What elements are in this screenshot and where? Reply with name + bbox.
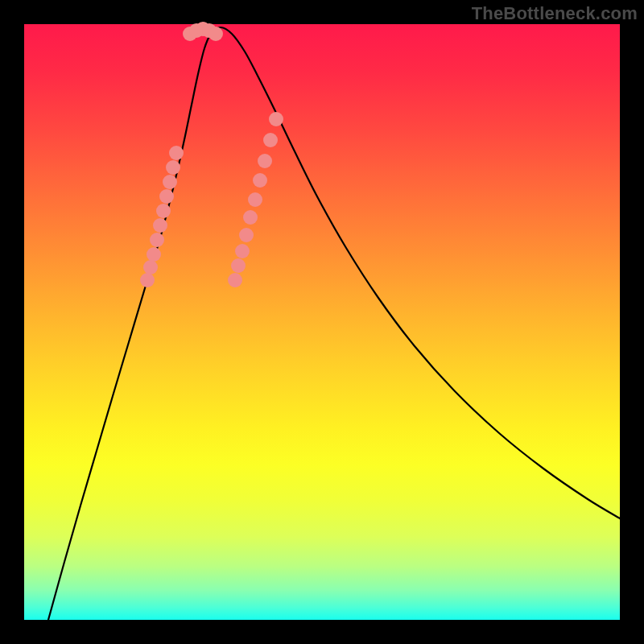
marker-dot <box>153 218 167 233</box>
marker-dot <box>253 173 267 188</box>
bottleneck-curve <box>48 27 620 620</box>
marker-dot <box>163 175 177 189</box>
marker-dot <box>231 258 246 273</box>
marker-dot <box>239 228 254 242</box>
chart-svg <box>24 24 620 620</box>
marker-dot <box>147 247 161 262</box>
marker-dot <box>166 160 180 175</box>
marker-dot <box>150 233 164 247</box>
marker-dot <box>263 133 278 147</box>
chart-markers <box>140 22 283 287</box>
marker-dot <box>235 244 250 258</box>
chart-frame: TheBottleneck.com <box>0 0 644 644</box>
marker-dot <box>143 260 158 275</box>
marker-dot <box>140 273 155 287</box>
marker-dot <box>169 146 184 160</box>
marker-dot <box>156 204 171 218</box>
marker-dot <box>248 192 262 207</box>
marker-dot <box>228 273 242 287</box>
marker-dot <box>243 210 258 225</box>
plot-area <box>24 24 620 620</box>
marker-dot <box>258 154 272 168</box>
marker-dot <box>269 112 283 126</box>
marker-dot <box>208 27 223 41</box>
watermark-text: TheBottleneck.com <box>472 3 638 24</box>
marker-dot <box>159 189 174 204</box>
